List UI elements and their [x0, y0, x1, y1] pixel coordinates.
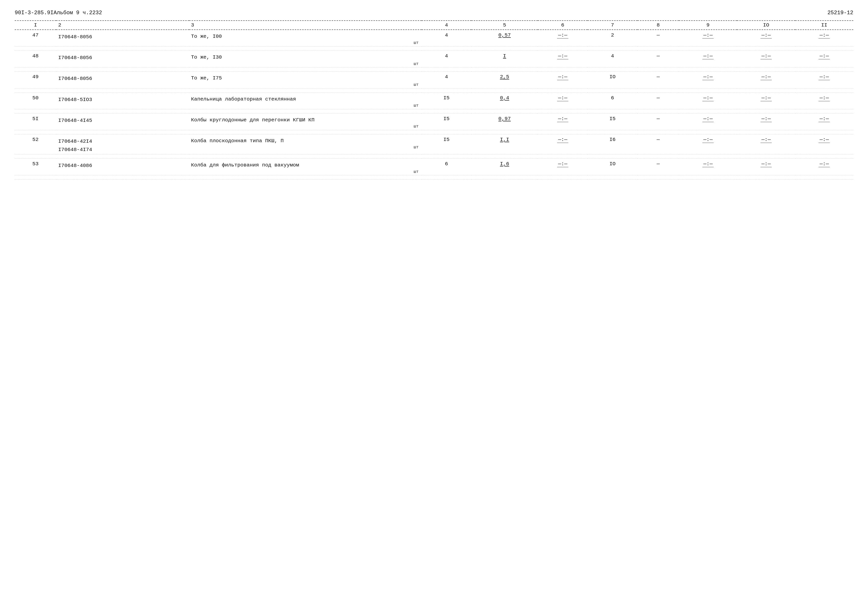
col4-value: I5 — [422, 92, 471, 109]
dash-value: —:— — [557, 33, 568, 39]
col6-cell: —:— — [538, 92, 587, 109]
col9-cell: —:— — [679, 113, 737, 130]
col7-value: I5 — [587, 113, 637, 130]
col11-cell: —:— — [795, 134, 853, 154]
row-number: 49 — [15, 72, 56, 88]
row-number: 50 — [15, 92, 56, 109]
col5-cell: I — [471, 51, 538, 67]
row-number: 53 — [15, 159, 56, 175]
item-name: То же, I30 шт — [189, 51, 422, 67]
col6-cell: —:— — [538, 72, 587, 88]
item-code: I70648-8056 — [56, 30, 189, 47]
dash-value: —:— — [702, 53, 714, 59]
item-code: I70648-8056 — [56, 51, 189, 67]
col4-value: 6 — [422, 159, 471, 175]
col7-value: IO — [587, 72, 637, 88]
col6-cell: —:— — [538, 51, 587, 67]
col11-cell: —:— — [795, 92, 853, 109]
col-header-8: 8 — [637, 20, 679, 30]
unit-label: шт — [191, 103, 420, 109]
col-header-2: 2 — [56, 20, 189, 30]
table-row: 47 I70648-8056 То же, I00 шт 4 0,57 —:— … — [15, 30, 853, 47]
col11-cell: —:— — [795, 30, 853, 47]
table-row: 50 I70648-5IO3 Капельница лабораторная с… — [15, 92, 853, 109]
col10-cell: —:— — [737, 134, 795, 154]
col7-value: I6 — [587, 134, 637, 154]
dash-value: —:— — [702, 137, 714, 143]
col10-cell: —:— — [737, 51, 795, 67]
col11-cell: —:— — [795, 113, 853, 130]
main-table: I 2 3 4 5 6 7 8 9 IO II 47 I70648-8056 Т… — [15, 20, 853, 179]
col8-value: — — [637, 159, 679, 175]
col10-cell: —:— — [737, 113, 795, 130]
col8-value: — — [637, 30, 679, 47]
col8-value: — — [637, 92, 679, 109]
dash-value: —:— — [818, 53, 830, 59]
dash-value: —:— — [702, 74, 714, 80]
col5-value: 0,57 — [498, 33, 511, 38]
col5-cell: 2,5 — [471, 72, 538, 88]
col-header-6: 6 — [538, 20, 587, 30]
dash-value: —:— — [557, 95, 568, 101]
dash-value: —:— — [818, 74, 830, 80]
unit-label: шт — [191, 40, 420, 46]
item-name: То же, I00 шт — [189, 30, 422, 47]
dash-value: —:— — [761, 116, 772, 122]
col7-value: 2 — [587, 30, 637, 47]
col10-cell: —:— — [737, 30, 795, 47]
row-number: 5I — [15, 113, 56, 130]
col-header-1: I — [15, 20, 56, 30]
col9-cell: —:— — [679, 30, 737, 47]
col9-cell: —:— — [679, 51, 737, 67]
dash-value: —:— — [761, 161, 772, 167]
col5-cell: I,6 — [471, 159, 538, 175]
col8-value: — — [637, 113, 679, 130]
item-name: Колбы круглодонные для перегонки КГШИ КП… — [189, 113, 422, 130]
dash-value: —:— — [761, 33, 772, 39]
col11-cell: —:— — [795, 72, 853, 88]
col5-value: I,I — [500, 137, 509, 142]
col5-value: 0,97 — [498, 116, 511, 121]
table-row: 5I I70648-4I45 Колбы круглодонные для пе… — [15, 113, 853, 130]
col4-value: I5 — [422, 134, 471, 154]
col5-cell: I,I — [471, 134, 538, 154]
dash-value: —:— — [761, 53, 772, 59]
col7-value: 6 — [587, 92, 637, 109]
dash-value: —:— — [557, 74, 568, 80]
col-header-9: 9 — [679, 20, 737, 30]
col6-cell: —:— — [538, 159, 587, 175]
table-row: 52 I70648-42I4I70648-4I74 Колба плоскодо… — [15, 134, 853, 154]
dash-value: —:— — [702, 33, 714, 39]
col8-value: — — [637, 51, 679, 67]
dash-value: —:— — [818, 33, 830, 39]
page-header: 90I-3-285.9I Альбом 9 ч.2 232 25219-12 — [15, 10, 853, 16]
item-code: I70648-42I4I70648-4I74 — [56, 134, 189, 154]
col4-value: 4 — [422, 51, 471, 67]
col9-cell: —:— — [679, 92, 737, 109]
row-number: 47 — [15, 30, 56, 47]
table-row: 53 I70648-4086 Колба для фильтрования по… — [15, 159, 853, 175]
item-name: Колба плоскодонная типа ПКШ, П шт — [189, 134, 422, 154]
col4-value: 4 — [422, 72, 471, 88]
dash-value: —:— — [702, 95, 714, 101]
col4-value: 4 — [422, 30, 471, 47]
dash-value: —:— — [818, 95, 830, 101]
dash-value: —:— — [702, 116, 714, 122]
dash-value: —:— — [702, 161, 714, 167]
col5-cell: 0,57 — [471, 30, 538, 47]
row-number: 52 — [15, 134, 56, 154]
col4-value: I5 — [422, 113, 471, 130]
table-row: 49 I70648-8056 То же, I75 шт 4 2,5 —:— I… — [15, 72, 853, 88]
dash-value: —:— — [818, 116, 830, 122]
col10-cell: —:— — [737, 159, 795, 175]
item-name: Капельница лабораторная стеклянная шт — [189, 92, 422, 109]
dash-value: —:— — [557, 53, 568, 59]
right-code: 25219-12 — [827, 10, 853, 16]
col10-cell: —:— — [737, 72, 795, 88]
col11-cell: —:— — [795, 159, 853, 175]
col-header-10: IO — [737, 20, 795, 30]
doc-number: 90I-3-285.9I — [15, 10, 53, 16]
col8-value: — — [637, 72, 679, 88]
item-name: Колба для фильтрования под вакуумом шт — [189, 159, 422, 175]
dash-value: —:— — [818, 161, 830, 167]
